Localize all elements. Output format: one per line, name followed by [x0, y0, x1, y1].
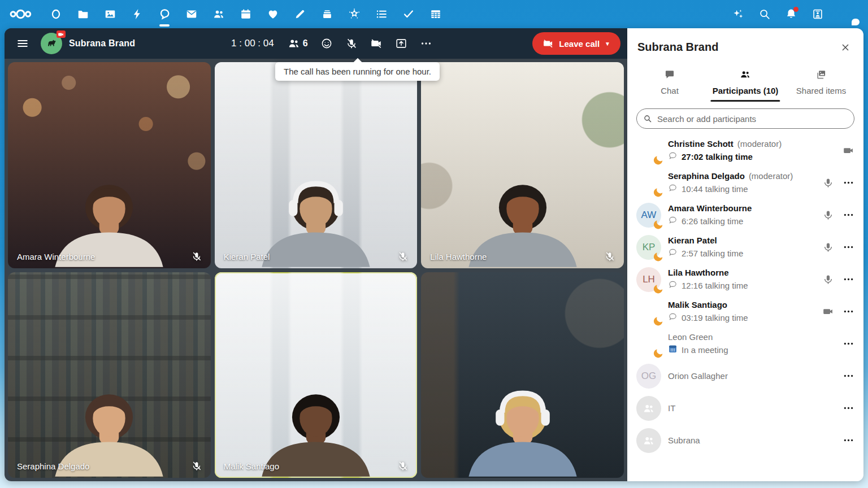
menu-hamburger-icon[interactable] — [11, 32, 34, 55]
participant-avatar — [636, 138, 661, 163]
group-avatar-icon — [636, 396, 661, 421]
participant-row[interactable]: KP Kieran Patel 2:57 talking time — [627, 231, 863, 263]
reactions-smiley-icon[interactable] — [316, 33, 337, 54]
microphone-muted-icon[interactable] — [341, 33, 362, 54]
topbar-apps — [9, 7, 442, 21]
video-tile[interactable]: Lila Hawthorne — [421, 62, 624, 268]
video-tile[interactable]: Seraphina Delgado — [8, 272, 211, 478]
mic-icon[interactable] — [822, 273, 834, 285]
mic-icon[interactable] — [822, 209, 834, 221]
participant-actions — [822, 177, 854, 189]
menu-dots-icon[interactable] — [843, 306, 854, 317]
video-tile[interactable] — [421, 272, 624, 478]
tables-icon[interactable] — [429, 8, 442, 20]
contacts-card-icon[interactable] — [811, 8, 824, 20]
deck-icon[interactable] — [321, 8, 333, 20]
tasks-icon[interactable] — [375, 8, 388, 20]
checks-icon[interactable] — [402, 8, 415, 20]
video-tile[interactable]: Kieran Patel — [215, 62, 418, 268]
sidebar-title: Subrana Brand — [637, 38, 718, 54]
circle-icon[interactable] — [50, 8, 62, 20]
leave-call-label: Leave call — [559, 39, 600, 49]
screen-share-icon[interactable] — [390, 33, 412, 54]
participant-actions — [822, 306, 854, 317]
mail-icon[interactable] — [185, 8, 198, 20]
search-icon[interactable] — [758, 8, 771, 20]
menu-dots-icon[interactable] — [843, 434, 854, 446]
participant-row[interactable]: Christine Schott (moderator) 27:02 talki… — [627, 134, 863, 167]
leave-call-button[interactable]: Leave call ▼ — [532, 32, 620, 55]
participant-name-label: Lila Hawthorne — [430, 252, 487, 262]
participant-row[interactable]: AW Amara Winterbourne 6:26 talking time — [627, 199, 863, 231]
away-status-moon-icon — [652, 251, 663, 263]
participant-avatar — [636, 332, 661, 356]
participant-row[interactable]: Leon Green In a meeting — [627, 328, 863, 360]
video-tile[interactable]: Amara Winterbourne — [8, 62, 211, 268]
bell-icon[interactable] — [785, 8, 797, 20]
participant-name: Orion Gallagher — [668, 371, 728, 381]
photos-icon[interactable] — [104, 8, 116, 20]
menu-dots-icon[interactable] — [843, 241, 854, 253]
talk-icon[interactable] — [158, 8, 171, 20]
chat-bubble-icon — [668, 312, 678, 323]
participant-row[interactable]: OG Orion Gallagher — [627, 360, 863, 392]
more-options-icon[interactable] — [415, 33, 437, 54]
calendar-icon[interactable] — [240, 8, 252, 20]
notes-icon[interactable] — [294, 8, 306, 20]
participant-name: Seraphina Delgado — [668, 171, 745, 181]
tab-participants[interactable]: Participants (10) — [708, 66, 783, 102]
participant-row[interactable]: Seraphina Delgado (moderator) 10:44 talk… — [627, 167, 863, 199]
participant-name-label: Malik Santiago — [224, 461, 279, 471]
user-avatar[interactable] — [838, 5, 857, 24]
call-timer[interactable]: 1 : 00 : 04 — [231, 38, 274, 49]
call-header-controls: 1 : 00 : 04 6 — [231, 33, 437, 54]
contacts-icon[interactable] — [212, 8, 225, 20]
sparkles-icon[interactable] — [732, 8, 744, 20]
mic-icon[interactable] — [822, 177, 834, 189]
search-wrap — [636, 108, 854, 129]
conversation-avatar — [41, 33, 62, 54]
participant-info: Amara Winterbourne 6:26 talking time — [668, 203, 815, 226]
participant-status: In a meeting — [668, 344, 836, 355]
participant-info: Orion Gallagher — [668, 371, 836, 381]
tab-chat[interactable]: Chat — [632, 66, 708, 102]
nextcloud-logo-icon[interactable] — [9, 7, 35, 21]
close-sidebar-button[interactable] — [836, 38, 854, 56]
participant-avatar — [636, 396, 661, 421]
menu-dots-icon[interactable] — [843, 402, 854, 414]
participant-row[interactable]: Subrana — [627, 424, 863, 456]
menu-dots-icon[interactable] — [843, 177, 854, 189]
video-icon[interactable] — [843, 145, 854, 156]
video-grid: Amara Winterbourne Kieran Patel Lila Haw… — [5, 59, 627, 481]
camera-off-icon[interactable] — [366, 33, 387, 54]
participant-count-button[interactable]: 6 — [288, 37, 308, 50]
sidebar-tabs: Chat Participants (10) Shared items — [627, 58, 863, 102]
status-text: 27:02 talking time — [682, 152, 753, 162]
collectives-icon[interactable] — [348, 8, 361, 20]
camera-off-icon — [542, 38, 554, 49]
animal-avatar-icon — [45, 37, 58, 50]
heart-icon[interactable] — [267, 8, 279, 20]
tab-people-icon — [740, 69, 751, 82]
search-icon — [643, 114, 652, 123]
participant-row[interactable]: Malik Santiago 03:19 talking time — [627, 295, 863, 328]
menu-dots-icon[interactable] — [843, 370, 854, 382]
participant-row[interactable]: LH Lila Hawthorne 12:16 talking time — [627, 263, 863, 295]
tab-label: Shared items — [796, 86, 846, 95]
activity-icon[interactable] — [131, 8, 144, 20]
muted-mic-icon — [397, 251, 409, 262]
participant-info: Subrana — [668, 435, 836, 446]
participant-row[interactable]: IT — [627, 392, 863, 424]
participant-info: Christine Schott (moderator) 27:02 talki… — [668, 139, 836, 162]
menu-dots-icon[interactable] — [843, 338, 854, 350]
video-icon[interactable] — [822, 306, 834, 317]
search-participants-input[interactable] — [636, 108, 854, 129]
call-view: Subrana Brand 1 : 00 : 04 6 — [5, 28, 627, 481]
participant-actions — [822, 273, 854, 285]
mic-icon[interactable] — [822, 241, 834, 253]
menu-dots-icon[interactable] — [843, 209, 854, 221]
tab-shared-items[interactable]: Shared items — [783, 66, 859, 102]
menu-dots-icon[interactable] — [843, 273, 854, 285]
files-icon[interactable] — [77, 8, 89, 20]
video-tile[interactable]: Malik Santiago — [215, 272, 418, 478]
